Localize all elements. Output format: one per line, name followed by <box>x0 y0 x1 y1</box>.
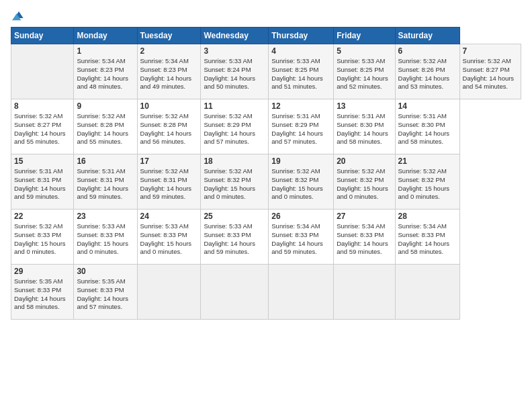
day-cell <box>11 44 74 99</box>
day-info: Sunrise: 5:34 AMSunset: 8:33 PMDaylight:… <box>337 222 392 257</box>
day-number: 26 <box>271 212 330 221</box>
day-number: 1 <box>77 46 134 56</box>
col-friday: Friday <box>334 28 395 44</box>
day-cell: 14Sunrise: 5:31 AMSunset: 8:30 PMDayligh… <box>395 99 459 154</box>
day-cell: 29Sunrise: 5:35 AMSunset: 8:33 PMDayligh… <box>11 265 74 320</box>
day-cell: 15Sunrise: 5:31 AMSunset: 8:31 PMDayligh… <box>11 154 74 210</box>
day-cell: 9Sunrise: 5:32 AMSunset: 8:28 PMDaylight… <box>74 99 137 154</box>
col-saturday: Saturday <box>395 28 459 44</box>
day-number: 18 <box>204 156 265 166</box>
day-cell: 17Sunrise: 5:32 AMSunset: 8:31 PMDayligh… <box>137 154 201 210</box>
day-cell: 25Sunrise: 5:33 AMSunset: 8:33 PMDayligh… <box>201 210 269 265</box>
day-number: 24 <box>140 212 198 221</box>
day-cell: 6Sunrise: 5:32 AMSunset: 8:26 PMDaylight… <box>395 44 459 99</box>
day-number: 9 <box>77 101 134 111</box>
day-info: Sunrise: 5:32 AMSunset: 8:32 PMDaylight:… <box>398 167 457 201</box>
day-info: Sunrise: 5:33 AMSunset: 8:25 PMDaylight:… <box>271 57 330 91</box>
col-tuesday: Tuesday <box>137 28 201 44</box>
col-sunday: Sunday <box>11 28 74 44</box>
day-number: 20 <box>337 156 392 166</box>
day-info: Sunrise: 5:33 AMSunset: 8:33 PMDaylight:… <box>140 222 198 257</box>
day-cell: 4Sunrise: 5:33 AMSunset: 8:25 PMDaylight… <box>269 44 334 99</box>
day-cell: 8Sunrise: 5:32 AMSunset: 8:27 PMDaylight… <box>11 99 74 154</box>
day-info: Sunrise: 5:32 AMSunset: 8:29 PMDaylight:… <box>204 112 265 146</box>
day-number: 29 <box>14 267 71 276</box>
calendar-header: Sunday Monday Tuesday Wednesday Thursday… <box>11 28 521 44</box>
col-thursday: Thursday <box>269 28 334 44</box>
day-number: 13 <box>337 101 392 111</box>
day-info: Sunrise: 5:31 AMSunset: 8:31 PMDaylight:… <box>14 167 71 201</box>
logo-icon <box>12 8 26 21</box>
day-cell: 12Sunrise: 5:31 AMSunset: 8:29 PMDayligh… <box>269 99 334 154</box>
calendar-body: 1Sunrise: 5:34 AMSunset: 8:23 PMDaylight… <box>11 44 521 320</box>
day-info: Sunrise: 5:31 AMSunset: 8:30 PMDaylight:… <box>398 112 457 146</box>
day-number: 27 <box>337 212 392 221</box>
day-cell <box>269 265 334 320</box>
day-number: 12 <box>271 101 330 111</box>
day-cell: 23Sunrise: 5:33 AMSunset: 8:33 PMDayligh… <box>74 210 137 265</box>
day-cell: 1Sunrise: 5:34 AMSunset: 8:23 PMDaylight… <box>74 44 137 99</box>
day-info: Sunrise: 5:31 AMSunset: 8:30 PMDaylight:… <box>337 112 392 146</box>
day-cell: 11Sunrise: 5:32 AMSunset: 8:29 PMDayligh… <box>201 99 269 154</box>
day-number: 21 <box>398 156 457 166</box>
col-wednesday: Wednesday <box>201 28 269 44</box>
day-cell: 16Sunrise: 5:31 AMSunset: 8:31 PMDayligh… <box>74 154 137 210</box>
day-number: 16 <box>77 156 134 166</box>
day-cell: 19Sunrise: 5:32 AMSunset: 8:32 PMDayligh… <box>269 154 334 210</box>
day-info: Sunrise: 5:31 AMSunset: 8:29 PMDaylight:… <box>271 112 330 146</box>
day-number: 11 <box>204 101 265 111</box>
week-row-0: 1Sunrise: 5:34 AMSunset: 8:23 PMDaylight… <box>11 44 521 99</box>
day-info: Sunrise: 5:32 AMSunset: 8:28 PMDaylight:… <box>77 112 134 146</box>
day-info: Sunrise: 5:34 AMSunset: 8:33 PMDaylight:… <box>271 222 330 257</box>
day-info: Sunrise: 5:35 AMSunset: 8:33 PMDaylight:… <box>14 277 71 312</box>
day-info: Sunrise: 5:33 AMSunset: 8:25 PMDaylight:… <box>337 57 392 91</box>
day-cell: 13Sunrise: 5:31 AMSunset: 8:30 PMDayligh… <box>334 99 395 154</box>
day-info: Sunrise: 5:33 AMSunset: 8:33 PMDaylight:… <box>204 222 265 257</box>
day-number: 4 <box>271 46 330 56</box>
day-cell: 5Sunrise: 5:33 AMSunset: 8:25 PMDaylight… <box>334 44 395 99</box>
header-row: Sunday Monday Tuesday Wednesday Thursday… <box>11 28 521 44</box>
day-cell: 30Sunrise: 5:35 AMSunset: 8:33 PMDayligh… <box>74 265 137 320</box>
day-number: 22 <box>14 212 71 221</box>
day-cell: 21Sunrise: 5:32 AMSunset: 8:32 PMDayligh… <box>395 154 459 210</box>
day-cell <box>334 265 395 320</box>
day-number: 3 <box>204 46 265 56</box>
day-number: 25 <box>204 212 265 221</box>
day-cell: 27Sunrise: 5:34 AMSunset: 8:33 PMDayligh… <box>334 210 395 265</box>
calendar-table: Sunday Monday Tuesday Wednesday Thursday… <box>11 27 521 320</box>
day-info: Sunrise: 5:32 AMSunset: 8:32 PMDaylight:… <box>204 167 265 201</box>
day-info: Sunrise: 5:32 AMSunset: 8:28 PMDaylight:… <box>140 112 198 146</box>
day-info: Sunrise: 5:34 AMSunset: 8:23 PMDaylight:… <box>140 57 198 91</box>
day-cell: 28Sunrise: 5:34 AMSunset: 8:33 PMDayligh… <box>395 210 459 265</box>
day-cell: 22Sunrise: 5:32 AMSunset: 8:33 PMDayligh… <box>11 210 74 265</box>
day-info: Sunrise: 5:32 AMSunset: 8:27 PMDaylight:… <box>463 57 518 91</box>
day-number: 2 <box>140 46 198 56</box>
day-info: Sunrise: 5:32 AMSunset: 8:32 PMDaylight:… <box>271 167 330 201</box>
week-row-1: 8Sunrise: 5:32 AMSunset: 8:27 PMDaylight… <box>11 99 521 154</box>
day-info: Sunrise: 5:32 AMSunset: 8:31 PMDaylight:… <box>140 167 198 201</box>
day-info: Sunrise: 5:32 AMSunset: 8:32 PMDaylight:… <box>337 167 392 201</box>
day-cell <box>201 265 269 320</box>
day-number: 10 <box>140 101 198 111</box>
day-cell: 20Sunrise: 5:32 AMSunset: 8:32 PMDayligh… <box>334 154 395 210</box>
day-number: 7 <box>463 46 518 56</box>
day-cell: 2Sunrise: 5:34 AMSunset: 8:23 PMDaylight… <box>137 44 201 99</box>
day-cell: 24Sunrise: 5:33 AMSunset: 8:33 PMDayligh… <box>137 210 201 265</box>
day-info: Sunrise: 5:32 AMSunset: 8:27 PMDaylight:… <box>14 112 71 146</box>
week-row-2: 15Sunrise: 5:31 AMSunset: 8:31 PMDayligh… <box>11 154 521 210</box>
day-cell: 7Sunrise: 5:32 AMSunset: 8:27 PMDaylight… <box>459 44 521 99</box>
week-row-3: 22Sunrise: 5:32 AMSunset: 8:33 PMDayligh… <box>11 210 521 265</box>
day-number: 15 <box>14 156 71 166</box>
day-number: 19 <box>271 156 330 166</box>
col-monday: Monday <box>74 28 137 44</box>
day-cell: 10Sunrise: 5:32 AMSunset: 8:28 PMDayligh… <box>137 99 201 154</box>
week-row-4: 29Sunrise: 5:35 AMSunset: 8:33 PMDayligh… <box>11 265 521 320</box>
day-info: Sunrise: 5:32 AMSunset: 8:26 PMDaylight:… <box>398 57 457 91</box>
page: Sunday Monday Tuesday Wednesday Thursday… <box>0 0 532 411</box>
day-info: Sunrise: 5:34 AMSunset: 8:33 PMDaylight:… <box>398 222 457 257</box>
day-info: Sunrise: 5:31 AMSunset: 8:31 PMDaylight:… <box>77 167 134 201</box>
day-cell: 26Sunrise: 5:34 AMSunset: 8:33 PMDayligh… <box>269 210 334 265</box>
day-cell <box>137 265 201 320</box>
day-info: Sunrise: 5:34 AMSunset: 8:23 PMDaylight:… <box>77 57 134 91</box>
day-info: Sunrise: 5:35 AMSunset: 8:33 PMDaylight:… <box>77 277 134 312</box>
